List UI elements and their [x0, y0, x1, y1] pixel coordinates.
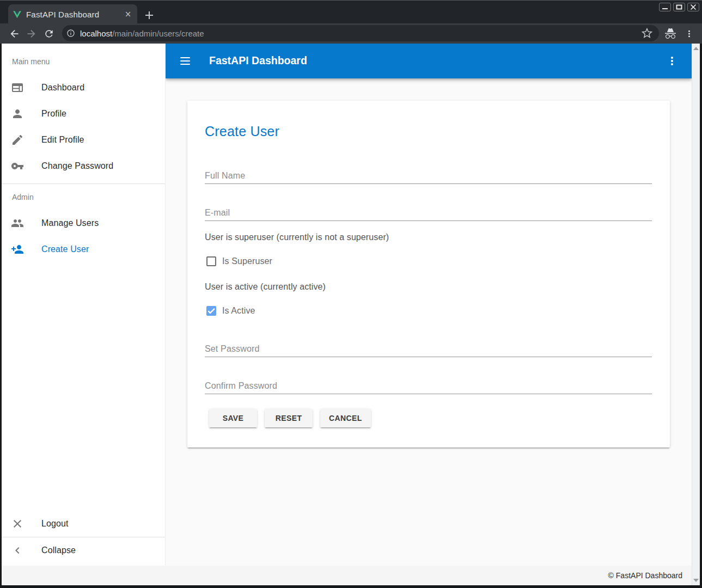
set-password-input[interactable]: [205, 344, 652, 354]
sidebar-section-header: Admin: [2, 184, 165, 210]
is-active-checkbox[interactable]: [206, 306, 216, 316]
window-minimize-button[interactable]: [659, 3, 671, 11]
key-icon: [11, 160, 24, 173]
is-active-label: Is Active: [222, 306, 255, 316]
copyright-text: © FastAPI Dashboard: [608, 571, 682, 580]
confirm-password-field: [205, 376, 652, 394]
page-scrollbar[interactable]: [692, 44, 700, 585]
email-input[interactable]: [205, 208, 652, 218]
page-footer: © FastAPI Dashboard: [2, 566, 692, 585]
sidebar-item-label: Profile: [41, 109, 66, 119]
sidebar-item-manage-users[interactable]: Manage Users: [2, 210, 165, 236]
close-icon: [11, 517, 24, 530]
sidebar-item-label: Change Password: [41, 161, 113, 171]
sidebar-item-create-user[interactable]: Create User: [2, 236, 165, 262]
url-text[interactable]: localhost/main/admin/users/create: [80, 29, 204, 38]
incognito-icon: [664, 27, 677, 40]
people-icon: [11, 217, 24, 230]
is-active-row[interactable]: Is Active: [205, 300, 652, 322]
sidebar-section-header: Main menu: [2, 48, 165, 75]
full-name-field: [205, 166, 652, 184]
sidebar-item-edit-profile[interactable]: Edit Profile: [2, 127, 165, 153]
save-button[interactable]: SAVE: [209, 409, 257, 427]
create-user-card: Create User User is superuser (currently…: [187, 101, 670, 448]
url-path: /main/admin/users/create: [112, 29, 204, 38]
scrollbar-up-arrow-icon[interactable]: [693, 47, 699, 50]
superuser-hint: User is superuser (currently is not a su…: [205, 232, 652, 242]
page-viewport: FastAPI Dashboard Main menu Dashboard Pr…: [2, 44, 700, 585]
appbar-kebab-icon[interactable]: [666, 54, 679, 68]
form-actions: SAVE RESET CANCEL: [209, 409, 652, 427]
back-icon[interactable]: [9, 28, 20, 39]
url-host: localhost: [80, 29, 112, 38]
reload-icon[interactable]: [44, 28, 54, 39]
sidebar-item-label: Logout: [41, 519, 69, 529]
email-field: [205, 203, 652, 221]
window-maximize-button[interactable]: [673, 3, 685, 11]
hamburger-menu-icon[interactable]: [178, 57, 192, 65]
plus-icon: [143, 9, 155, 21]
check-icon: [207, 307, 216, 315]
browser-menu-kebab-icon[interactable]: [684, 28, 694, 39]
sidebar-item-collapse[interactable]: Collapse: [2, 537, 165, 564]
navigation-drawer: Main menu Dashboard Profile Edit Profile…: [2, 44, 166, 566]
browser-titlebar: FastAPI Dashboard ×: [0, 0, 702, 23]
full-name-input[interactable]: [205, 171, 652, 181]
sidebar-item-label: Manage Users: [41, 218, 99, 228]
confirm-password-input[interactable]: [205, 381, 652, 391]
minimize-icon: [662, 4, 668, 10]
person-icon: [11, 107, 24, 120]
window-controls: [659, 3, 699, 11]
new-tab-button[interactable]: [143, 9, 155, 21]
page-title: Create User: [205, 124, 652, 139]
bookmark-star-icon[interactable]: [642, 28, 652, 39]
is-superuser-label: Is Superuser: [222, 256, 272, 266]
chevron-left-icon: [11, 544, 24, 557]
tab-title: FastAPI Dashboard: [26, 10, 124, 19]
maximize-icon: [676, 4, 682, 10]
is-superuser-checkbox[interactable]: [206, 256, 216, 266]
reset-button[interactable]: RESET: [265, 409, 313, 427]
sidebar-item-label: Edit Profile: [41, 135, 84, 145]
sidebar-item-label: Dashboard: [41, 83, 84, 93]
sidebar-item-change-password[interactable]: Change Password: [2, 153, 165, 179]
address-bar[interactable]: localhost/main/admin/users/create: [62, 25, 659, 41]
info-icon[interactable]: [66, 29, 75, 38]
person-add-icon: [11, 243, 24, 256]
appbar-title: FastAPI Dashboard: [209, 54, 307, 67]
browser-toolbar: localhost/main/admin/users/create: [0, 23, 702, 44]
forward-icon[interactable]: [26, 28, 37, 39]
window-close-button[interactable]: [687, 3, 699, 11]
pencil-icon: [11, 133, 24, 146]
scrollbar-down-arrow-icon[interactable]: [693, 579, 699, 582]
sidebar-item-label: Create User: [41, 244, 89, 254]
active-hint: User is active (currently active): [205, 282, 652, 292]
tab-close-icon[interactable]: ×: [124, 10, 132, 19]
is-superuser-row[interactable]: Is Superuser: [205, 250, 652, 272]
browser-tab[interactable]: FastAPI Dashboard ×: [8, 4, 137, 24]
set-password-field: [205, 339, 652, 357]
dashboard-icon: [11, 81, 24, 94]
close-icon: [690, 4, 697, 10]
vue-logo-icon: [13, 10, 22, 19]
sidebar-item-profile[interactable]: Profile: [2, 101, 165, 127]
sidebar-item-label: Collapse: [41, 546, 76, 555]
sidebar-item-dashboard[interactable]: Dashboard: [2, 75, 165, 101]
sidebar-bottom: Logout Collapse: [2, 511, 165, 566]
cancel-button[interactable]: CANCEL: [320, 409, 371, 427]
sidebar-item-logout[interactable]: Logout: [2, 511, 165, 537]
